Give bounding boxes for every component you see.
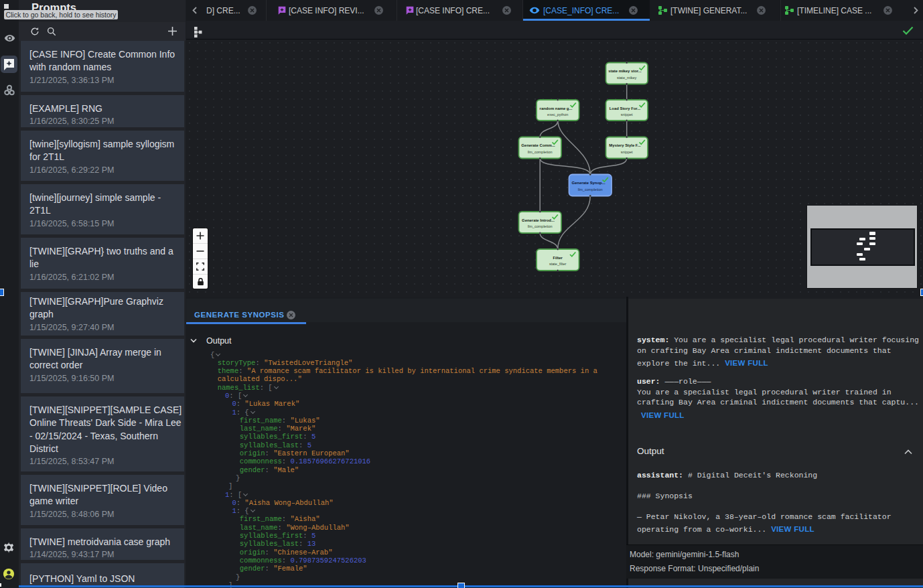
svg-text:snippet: snippet	[621, 150, 633, 154]
svg-text:llm_completion: llm_completion	[528, 150, 553, 154]
svg-text:Load Story For...: Load Story For...	[610, 106, 641, 111]
svg-text:Filter: Filter	[553, 256, 563, 260]
svg-text:llm_completion: llm_completion	[578, 188, 603, 192]
svg-text:state mikey stor...: state mikey stor...	[608, 69, 642, 73]
svg-text:llm_completion: llm_completion	[528, 224, 553, 228]
svg-text:exec_python: exec_python	[547, 113, 568, 117]
svg-text:random name g...: random name g...	[540, 106, 573, 111]
svg-text:Generate Introd...: Generate Introd...	[522, 218, 555, 222]
svg-text:Generate Comm...: Generate Comm...	[521, 143, 555, 147]
svg-text:state_filter: state_filter	[549, 262, 567, 266]
svg-text:state_mikey: state_mikey	[617, 76, 637, 80]
svg-text:Generate Synop...: Generate Synop...	[571, 181, 605, 185]
svg-text:snippet: snippet	[621, 113, 633, 117]
svg-text:Mystery Style F...: Mystery Style F...	[609, 143, 641, 147]
